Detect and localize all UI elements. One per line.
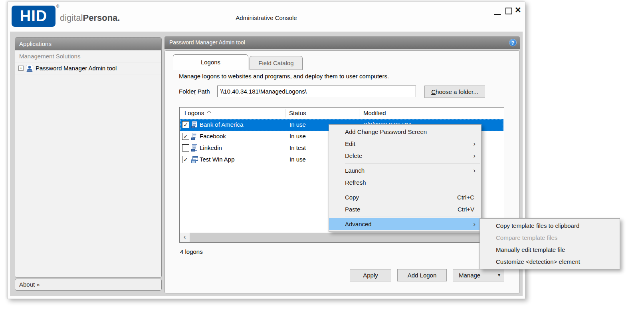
choose-folder-rest: hoose a folder... bbox=[436, 88, 478, 95]
checkbox-checked-icon[interactable]: ✓ bbox=[182, 156, 189, 163]
column-header-modified[interactable]: Modified bbox=[363, 110, 386, 116]
tab-field-catalog[interactable]: Field Catalog bbox=[250, 56, 303, 70]
menu-item-label: Edit bbox=[345, 140, 355, 147]
sidebar-group-management-solutions: Management Solutions bbox=[15, 50, 161, 62]
panel-title: Password Manager Admin tool bbox=[169, 39, 245, 46]
logons-count: 4 logons bbox=[180, 248, 203, 255]
sidebar-header: Applications bbox=[15, 38, 161, 50]
column-separator bbox=[359, 109, 359, 118]
scrollbar-thumb[interactable] bbox=[190, 233, 480, 242]
horizontal-scrollbar[interactable]: ‹ bbox=[180, 233, 503, 242]
menu-item-label: Add Change Password Screen bbox=[345, 128, 427, 135]
checkbox-checked-icon[interactable]: ✓ bbox=[182, 121, 189, 128]
menu-item-paste[interactable]: PasteCtrl+V bbox=[329, 203, 481, 215]
sidebar-item-password-manager-admin-tool[interactable]: + Password Manager Admin tool bbox=[15, 62, 161, 74]
folder-label-pre: Folde bbox=[179, 88, 194, 95]
column-separator bbox=[285, 109, 285, 118]
add-logon-rest: ogon bbox=[423, 272, 436, 279]
registered-trademark: ® bbox=[56, 4, 59, 8]
menu-item-copy[interactable]: CopyCtrl+C bbox=[329, 191, 481, 203]
menu-separator bbox=[345, 163, 480, 163]
menu-item-add-change-password-screen[interactable]: Add Change Password Screen bbox=[329, 126, 481, 138]
logon-name: Bank of America bbox=[200, 121, 243, 128]
add-logon-button[interactable]: Add Logon bbox=[397, 269, 447, 281]
web-logon-icon bbox=[191, 144, 198, 152]
context-menu: Add Change Password Screen Edit› Delete›… bbox=[329, 124, 482, 232]
screen: HID ® digitalPersona. Administrative Con… bbox=[0, 0, 644, 317]
logon-status: In use bbox=[289, 121, 306, 128]
logon-status: In use bbox=[289, 133, 306, 140]
menu-separator bbox=[345, 190, 480, 190]
menu-item-label: Advanced bbox=[345, 221, 372, 227]
web-logon-icon bbox=[191, 133, 198, 140]
apply-button[interactable]: Apply bbox=[350, 269, 391, 281]
submenu-arrow-icon: › bbox=[473, 165, 476, 177]
folder-path-label: Folder Path bbox=[179, 88, 210, 95]
submenu-arrow-icon: › bbox=[473, 138, 476, 150]
menu-separator bbox=[345, 217, 480, 217]
checkbox-checked-icon[interactable]: ✓ bbox=[182, 133, 189, 140]
menu-item-label: Copy bbox=[345, 194, 359, 201]
column-header-status[interactable]: Status bbox=[289, 110, 306, 116]
menu-item-refresh[interactable]: Refresh bbox=[329, 177, 481, 189]
panel-header: Password Manager Admin tool ? bbox=[164, 36, 520, 49]
manage-mnemonic: M bbox=[459, 272, 464, 279]
menu-item-launch[interactable]: Launch› bbox=[329, 165, 481, 177]
choose-folder-button[interactable]: Choose a folder... bbox=[424, 86, 485, 98]
menu-item-label: Launch bbox=[345, 167, 365, 174]
checkbox-unchecked-icon[interactable] bbox=[182, 144, 189, 152]
submenu-arrow-icon: › bbox=[473, 150, 476, 162]
menu-shortcut: Ctrl+C bbox=[457, 191, 474, 203]
logon-name: Test Win App bbox=[200, 156, 235, 163]
submenu-item-customize-detection-element[interactable]: Customize <detection> element bbox=[480, 256, 620, 268]
menu-item-label: Refresh bbox=[345, 179, 366, 186]
folder-path-input[interactable] bbox=[217, 86, 416, 97]
applications-sidebar: Applications Management Solutions + Pass… bbox=[15, 37, 162, 278]
manage-rest: anage bbox=[464, 272, 481, 279]
logon-status: In test bbox=[289, 144, 306, 151]
sort-ascending-icon bbox=[207, 111, 211, 115]
help-icon[interactable]: ? bbox=[509, 39, 517, 46]
about-button[interactable]: About » bbox=[15, 279, 162, 291]
menu-item-delete[interactable]: Delete› bbox=[329, 150, 481, 162]
apply-mnemonic: A bbox=[363, 272, 367, 279]
submenu-item-manually-edit-template-file[interactable]: Manually edit template file bbox=[480, 244, 620, 256]
user-tool-icon bbox=[26, 65, 33, 72]
expand-icon[interactable]: + bbox=[18, 66, 24, 71]
add-logon-mnemonic: L bbox=[420, 272, 423, 279]
logon-status: In use bbox=[289, 156, 306, 163]
minimize-icon[interactable] bbox=[494, 14, 501, 15]
choose-folder-mnemonic: C bbox=[431, 88, 436, 95]
add-logon-pre: Add bbox=[408, 272, 420, 279]
submenu-item-compare-template-files: Compare template files bbox=[480, 232, 620, 244]
window-title: Administrative Console bbox=[8, 14, 525, 21]
sidebar-item-label: Password Manager Admin tool bbox=[36, 65, 117, 72]
menu-item-label: Paste bbox=[345, 206, 360, 213]
app-window: HID ® digitalPersona. Administrative Con… bbox=[7, 2, 525, 299]
menu-item-edit[interactable]: Edit› bbox=[329, 138, 481, 150]
dropdown-arrow-icon: ▾ bbox=[498, 269, 500, 281]
web-logon-icon bbox=[191, 121, 198, 128]
menu-item-advanced[interactable]: Advanced› bbox=[329, 218, 481, 230]
submenu-item-copy-template-files[interactable]: Copy template files to clipboard bbox=[480, 220, 620, 232]
manage-button[interactable]: Manage▾ bbox=[453, 269, 504, 281]
logon-name: Linkedin bbox=[200, 144, 222, 151]
scroll-left-icon[interactable]: ‹ bbox=[180, 233, 189, 242]
menu-shortcut: Ctrl+V bbox=[458, 203, 474, 215]
apply-rest: pply bbox=[367, 272, 378, 279]
folder-label-post: Path bbox=[196, 88, 210, 95]
windows-app-icon bbox=[191, 156, 198, 163]
close-icon[interactable]: ✕ bbox=[515, 5, 521, 15]
submenu-arrow-icon: › bbox=[473, 218, 476, 230]
table-header: Logons Status Modified bbox=[180, 108, 504, 119]
logon-name: Facebook bbox=[200, 133, 226, 140]
tab-logons[interactable]: Logons bbox=[173, 54, 248, 70]
maximize-icon[interactable] bbox=[505, 8, 512, 14]
description-text: Manage logons to websites and programs, … bbox=[179, 73, 389, 80]
menu-item-label: Delete bbox=[345, 152, 362, 159]
advanced-submenu: Copy template files to clipboard Compare… bbox=[480, 218, 620, 269]
column-header-logons[interactable]: Logons bbox=[184, 110, 204, 116]
